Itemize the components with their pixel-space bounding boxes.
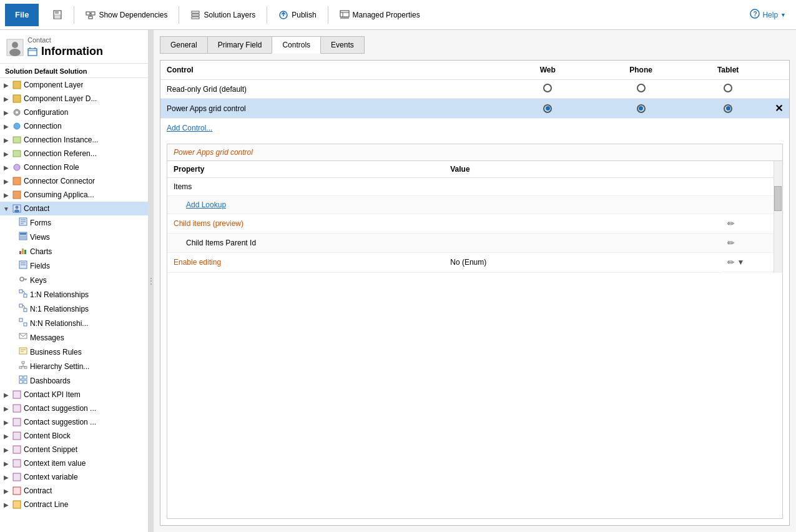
dropdown-enable-editing-button[interactable]: ▼ (737, 258, 745, 267)
arrow-icon: ▶ (2, 192, 10, 199)
solution-layers-button[interactable]: Solution Layers (184, 4, 262, 26)
add-lookup-link[interactable]: Add Lookup (174, 200, 226, 209)
svg-point-19 (12, 42, 18, 48)
sidebar-subitem-dashboards[interactable]: Dashboards (0, 373, 148, 388)
sidebar-item-consuming-applica[interactable]: ▶ Consuming Applica... (0, 188, 148, 202)
table-row: Add Lookup (167, 196, 782, 214)
sidebar-item-contact[interactable]: ▼ Contact (0, 202, 148, 215)
sidebar-item-configuration[interactable]: ▶ Configuration (0, 106, 148, 119)
radio-tablet-powerapps[interactable] (724, 104, 732, 113)
sidebar-subitem-n1-relationships[interactable]: N:1 Relationships (0, 302, 148, 316)
help-button[interactable]: ? Help ▼ (745, 6, 791, 23)
component-layer-icon (12, 80, 22, 90)
connection-role-icon (12, 162, 22, 172)
arrow-icon: ▶ (2, 501, 10, 508)
sidebar-item-contact-suggestion-1[interactable]: ▶ Contact suggestion ... (0, 401, 148, 415)
sidebar-subitem-views[interactable]: Views (0, 230, 148, 244)
sidebar-list: ▶ Component Layer ▶ Component Layer D...… (0, 78, 148, 532)
sidebar-subitem-nn-relationships[interactable]: N:N Relationshi... (0, 316, 148, 330)
scrollbar-thumb[interactable] (774, 186, 782, 211)
edit-child-items-parent-button[interactable]: ✏ (727, 238, 735, 248)
tab-events[interactable]: Events (320, 36, 365, 54)
app-body: Contact Information Solution Default Sol… (0, 30, 796, 532)
sidebar-subitem-1n-relationships[interactable]: 1:N Relationships (0, 287, 148, 302)
sidebar-item-connection[interactable]: ▶ Connection (0, 119, 148, 133)
property-items: Items (167, 178, 444, 196)
grid-section: Power Apps grid control Property Value (167, 144, 783, 519)
tab-primary-field[interactable]: Primary Field (207, 36, 272, 54)
sidebar-item-context-item-value[interactable]: ▶ Context item value (0, 456, 148, 470)
radio-web-powerapps[interactable] (543, 104, 552, 113)
connection-instance-icon (12, 135, 22, 145)
radio-phone-readonly[interactable] (637, 84, 646, 92)
connector-connector-icon (12, 176, 22, 186)
radio-web-readonly[interactable] (543, 84, 552, 92)
svg-rect-34 (13, 191, 21, 199)
col-web: Web (501, 61, 594, 80)
col-phone: Phone (594, 61, 687, 80)
svg-rect-79 (13, 391, 21, 398)
n1-relationships-label: N:1 Relationships (30, 305, 89, 313)
delete-powerapps-button[interactable]: ✕ (775, 103, 783, 114)
table-row: Child items (preview) ✏ (167, 214, 782, 234)
edit-child-items-button[interactable]: ✏ (727, 219, 735, 229)
sidebar-item-component-layer-d[interactable]: ▶ Component Layer D... (0, 92, 148, 106)
1n-relationships-label: 1:N Relationships (30, 290, 89, 299)
controls-table: Control Web Phone Tablet Read-only Grid … (160, 61, 789, 119)
show-dependencies-button[interactable]: Show Dependencies (79, 4, 174, 26)
sidebar-subitem-business-rules[interactable]: Business Rules (0, 345, 148, 359)
svg-rect-43 (20, 233, 26, 235)
sidebar-item-contact-kpi-item[interactable]: ▶ Contact KPI Item (0, 388, 148, 401)
tab-general[interactable]: General (160, 36, 207, 54)
sidebar-item-connector-connector[interactable]: ▶ Connector Connector (0, 174, 148, 188)
sidebar-item-contract[interactable]: ▶ Contract (0, 484, 148, 498)
sidebar-subitem-keys[interactable]: Keys (0, 273, 148, 287)
svg-rect-87 (13, 501, 21, 508)
content-snippet-icon (12, 445, 22, 455)
radio-tablet-readonly[interactable] (724, 84, 732, 92)
forms-icon (19, 217, 27, 228)
sidebar-resize-handle[interactable] (149, 30, 154, 532)
contact-suggestion-1-label: Contact suggestion ... (24, 404, 96, 413)
sidebar-item-contract-line[interactable]: ▶ Contract Line (0, 498, 148, 511)
edit-enable-editing-button[interactable]: ✏ (727, 257, 735, 267)
tab-controls[interactable]: Controls (272, 36, 320, 54)
sidebar-item-component-layer[interactable]: ▶ Component Layer (0, 78, 148, 92)
comp-layer-d-label: Component Layer D... (24, 94, 97, 103)
svg-rect-21 (28, 49, 37, 56)
svg-rect-30 (13, 137, 21, 143)
save-button[interactable] (46, 4, 69, 26)
publish-icon (278, 10, 288, 20)
keys-label: Keys (30, 276, 47, 285)
svg-point-32 (14, 164, 20, 170)
contact-label: Contact (24, 204, 49, 213)
add-control-link[interactable]: Add Control... (160, 119, 789, 137)
svg-rect-33 (13, 177, 21, 185)
sidebar-subitem-fields[interactable]: Fields (0, 259, 148, 273)
sidebar-item-connection-role[interactable]: ▶ Connection Role (0, 160, 148, 174)
arrow-icon: ▶ (2, 446, 10, 453)
sidebar-subitem-charts[interactable]: Charts (0, 244, 148, 259)
control-name-readonly: Read-only Grid (default) (160, 80, 501, 99)
sidebar-item-contact-suggestion-2[interactable]: ▶ Contact suggestion ... (0, 415, 148, 429)
publish-button[interactable]: Publish (272, 4, 322, 26)
help-icon: ? (750, 9, 760, 21)
control-name-powerapps: Power Apps grid control (160, 99, 501, 119)
sidebar-subitem-messages[interactable]: Messages (0, 330, 148, 345)
svg-rect-10 (192, 17, 199, 19)
svg-rect-86 (13, 487, 21, 495)
sidebar-item-connection-referen[interactable]: ▶ Connection Referen... (0, 147, 148, 160)
scrollbar-track[interactable] (774, 161, 782, 273)
file-button[interactable]: File (5, 4, 39, 26)
sidebar-item-content-block[interactable]: ▶ Content Block (0, 429, 148, 443)
sidebar-subitem-forms[interactable]: Forms (0, 215, 148, 230)
sidebar-subitem-hierarchy-settin[interactable]: Hierarchy Settin... (0, 359, 148, 373)
content-block-label: Content Block (24, 431, 71, 440)
svg-rect-78 (24, 380, 27, 383)
radio-phone-powerapps[interactable] (637, 104, 646, 113)
sidebar-item-context-variable[interactable]: ▶ Context variable (0, 470, 148, 484)
publish-label: Publish (292, 11, 316, 19)
sidebar-item-content-snippet[interactable]: ▶ Content Snippet (0, 443, 148, 456)
managed-properties-button[interactable]: Managed Properties (333, 4, 426, 26)
sidebar-item-connection-instance[interactable]: ▶ Connection Instance... (0, 133, 148, 147)
